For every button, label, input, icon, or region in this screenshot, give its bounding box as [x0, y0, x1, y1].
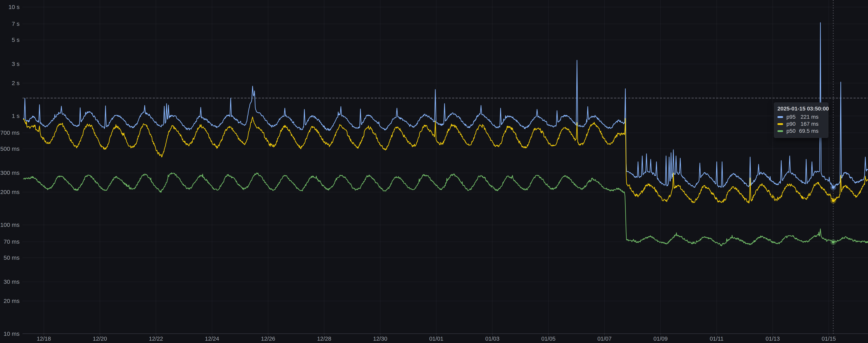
x-axis-tick-label: 01/15 — [822, 336, 836, 342]
tooltip-series-value: 221 ms — [801, 114, 818, 120]
y-axis-tick-label: 500 ms — [0, 146, 20, 152]
y-axis-tick-label: 2 s — [12, 80, 20, 86]
y-axis-tick-label: 300 ms — [0, 169, 20, 176]
hover-point-p50 — [832, 241, 835, 244]
series-p95-line — [23, 23, 868, 188]
tooltip-series-label: p95 — [786, 114, 801, 120]
x-axis-tick-label: 01/13 — [766, 336, 780, 342]
p50-color-swatch — [777, 130, 783, 132]
x-axis-tick-label: 01/01 — [429, 336, 443, 342]
y-axis-tick-label: 3 s — [12, 61, 20, 67]
x-axis-tick-label: 12/26 — [261, 336, 275, 342]
x-axis-tick-label: 12/30 — [373, 336, 388, 342]
latency-chart-plot[interactable]: 10 s7 s5 s3 s2 s1 s700 ms500 ms300 ms200… — [0, 0, 868, 343]
y-axis-tick-label: 200 ms — [0, 189, 20, 195]
x-axis-tick-label: 01/09 — [653, 336, 668, 342]
p90-color-swatch — [777, 123, 783, 125]
hover-tooltip: 2025-01-15 03:50:00 p95 221 ms p90 167 m… — [774, 102, 828, 138]
tooltip-series-value: 69.5 ms — [799, 128, 818, 134]
x-axis-tick-label: 12/24 — [205, 336, 219, 342]
x-axis-tick-label: 12/18 — [37, 336, 51, 342]
y-axis-tick-label: 10 ms — [3, 331, 20, 337]
p95-color-swatch — [777, 116, 783, 118]
y-axis-tick-label: 70 ms — [3, 238, 20, 245]
tooltip-series-value: 167 ms — [801, 121, 818, 127]
series-p50-line — [23, 173, 868, 246]
y-axis-tick-label: 700 ms — [0, 129, 20, 136]
x-axis-tick-label: 12/22 — [149, 336, 163, 342]
x-axis-tick-label: 01/05 — [541, 336, 556, 342]
x-axis-tick-label: 12/20 — [93, 336, 107, 342]
y-axis-tick-label: 10 s — [8, 4, 20, 10]
y-axis-tick-label: 1 s — [12, 113, 20, 119]
hover-point-p95 — [832, 186, 835, 189]
tooltip-series-label: p50 — [786, 128, 799, 134]
y-axis-tick-label: 30 ms — [3, 278, 20, 285]
tooltip-row-p90: p90 167 ms — [777, 121, 825, 127]
tooltip-row-p50: p50 69.5 ms — [777, 127, 825, 134]
x-axis-tick-label: 12/28 — [317, 336, 331, 342]
tooltip-timestamp: 2025-01-15 03:50:00 — [777, 105, 825, 112]
tooltip-row-p95: p95 221 ms — [777, 114, 825, 121]
latency-timeseries-panel: 10 s7 s5 s3 s2 s1 s700 ms500 ms300 ms200… — [0, 0, 868, 343]
y-axis-tick-label: 50 ms — [3, 254, 20, 261]
y-axis-tick-label: 7 s — [12, 21, 20, 27]
y-axis-tick-label: 5 s — [12, 37, 20, 43]
hover-point-p90 — [832, 199, 835, 202]
x-axis-tick-label: 01/03 — [485, 336, 500, 342]
tooltip-series-label: p90 — [786, 121, 801, 127]
series-p90-line — [23, 117, 868, 203]
x-axis-tick-label: 01/07 — [597, 336, 612, 342]
y-axis-tick-label: 20 ms — [3, 298, 20, 304]
x-axis-tick-label: 01/11 — [710, 336, 723, 342]
y-axis-tick-label: 100 ms — [0, 222, 20, 228]
